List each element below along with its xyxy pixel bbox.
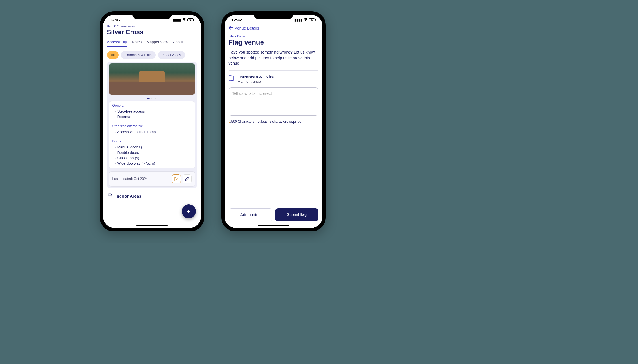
door-icon xyxy=(229,75,234,83)
back-label: Venue Details xyxy=(235,26,259,30)
updated-row: Last updated: Oct 2024 xyxy=(109,171,195,187)
accessibility-panel: ▬ ● ● General Step-free access Doormat S… xyxy=(107,62,197,188)
char-counter: 0/500 Characters - at least 5 characters… xyxy=(229,120,318,124)
chip-entrances[interactable]: Entrances & Exits xyxy=(121,51,156,59)
flag-section-sub: Main entrance xyxy=(238,79,274,84)
feature-item: Manual door(s) xyxy=(115,144,192,150)
battery-icon: 42 xyxy=(309,18,316,21)
page-title: Flag venue xyxy=(229,38,318,46)
filter-chips: All Entrances & Exits Indoor Areas xyxy=(107,51,197,59)
venue-category: Bar xyxy=(107,25,114,28)
phone-left: 12:42 ▮▮▮▮ 42 Bar0.2 miles away Silver C… xyxy=(100,11,204,231)
content-area: Venue Details Silver Cross Flag venue Ha… xyxy=(225,23,322,228)
feature-item: Doormat xyxy=(115,114,192,119)
home-indicator[interactable] xyxy=(136,225,168,226)
section-doors: Doors Manual door(s) Double doors Glass … xyxy=(109,137,195,168)
tab-accessibility[interactable]: Accessibility xyxy=(107,38,127,47)
feature-item: Glass door(s) xyxy=(115,155,192,161)
content-area: Bar0.2 miles away Silver Cross Accessibi… xyxy=(103,23,201,228)
svg-rect-0 xyxy=(108,195,112,197)
back-button[interactable]: Venue Details xyxy=(229,26,318,30)
action-buttons: Add photos Submit flag xyxy=(229,208,318,221)
char-limit-text: /500 Characters - at least 5 characters … xyxy=(230,120,301,124)
add-photos-button[interactable]: Add photos xyxy=(229,208,272,221)
chip-all[interactable]: All xyxy=(107,51,119,59)
screen-flag-venue: 12:42 ▮▮▮▮ 42 Venue Details Silver Cross… xyxy=(225,15,322,228)
svg-rect-1 xyxy=(229,76,231,81)
notch xyxy=(254,11,293,19)
signal-icon: ▮▮▮▮ xyxy=(173,18,181,22)
wifi-icon xyxy=(303,18,308,22)
flag-reason-input[interactable] xyxy=(229,87,318,116)
section-heading: Doors xyxy=(112,139,192,143)
home-indicator[interactable] xyxy=(258,225,289,226)
venue-meta: Bar0.2 miles away xyxy=(107,25,197,28)
tabs: Accessibility Notes Mapper View About xyxy=(107,38,197,47)
flag-button[interactable] xyxy=(172,174,181,183)
edit-button[interactable] xyxy=(183,174,192,183)
page-description: Have you spotted something wrong? Let us… xyxy=(229,50,318,71)
feature-item: Wide doorway (>75cm) xyxy=(115,161,192,166)
chip-indoor[interactable]: Indoor Areas xyxy=(158,51,185,59)
flag-section-title: Entrances & Exits xyxy=(238,74,274,79)
flag-section: Entrances & Exits Main entrance xyxy=(229,74,318,84)
carousel-dots[interactable]: ▬ ● ● xyxy=(109,96,195,99)
battery-icon: 42 xyxy=(187,18,194,21)
tab-about[interactable]: About xyxy=(173,38,183,47)
notch xyxy=(132,11,172,19)
section-stepfree: Step-free alternative Access via built-i… xyxy=(109,122,195,137)
feature-item: Access via built-in ramp xyxy=(115,129,192,135)
sofa-icon xyxy=(107,193,113,199)
signal-icon: ▮▮▮▮ xyxy=(294,18,302,22)
last-updated: Last updated: Oct 2024 xyxy=(112,177,148,181)
indoor-areas-header: Indoor Areas xyxy=(107,193,197,199)
submit-flag-button[interactable]: Submit flag xyxy=(275,208,318,221)
wifi-icon xyxy=(182,18,186,22)
status-icons: ▮▮▮▮ 42 xyxy=(173,18,194,22)
section-general: General Step-free access Doormat xyxy=(109,101,195,122)
screen-venue-detail: 12:42 ▮▮▮▮ 42 Bar0.2 miles away Silver C… xyxy=(103,15,201,228)
status-time: 12:42 xyxy=(110,17,121,22)
tab-notes[interactable]: Notes xyxy=(132,38,142,47)
status-icons: ▮▮▮▮ 42 xyxy=(294,18,316,22)
section-heading: Step-free alternative xyxy=(112,124,192,128)
feature-item: Step-free access xyxy=(115,109,192,114)
section-heading: General xyxy=(112,104,192,108)
feature-item: Double doors xyxy=(115,150,192,155)
feature-card: General Step-free access Doormat Step-fr… xyxy=(109,101,195,168)
phone-right: 12:42 ▮▮▮▮ 42 Venue Details Silver Cross… xyxy=(221,11,326,231)
venue-title: Silver Cross xyxy=(107,28,197,36)
venue-subtle: Silver Cross xyxy=(229,34,318,38)
add-fab[interactable]: + xyxy=(182,204,196,218)
status-time: 12:42 xyxy=(231,17,242,22)
tab-mapper-view[interactable]: Mapper View xyxy=(147,38,168,47)
indoor-areas-label: Indoor Areas xyxy=(116,194,142,198)
venue-photo[interactable] xyxy=(109,63,195,95)
arrow-left-icon xyxy=(229,26,233,30)
venue-distance: 0.2 miles away xyxy=(114,25,135,28)
